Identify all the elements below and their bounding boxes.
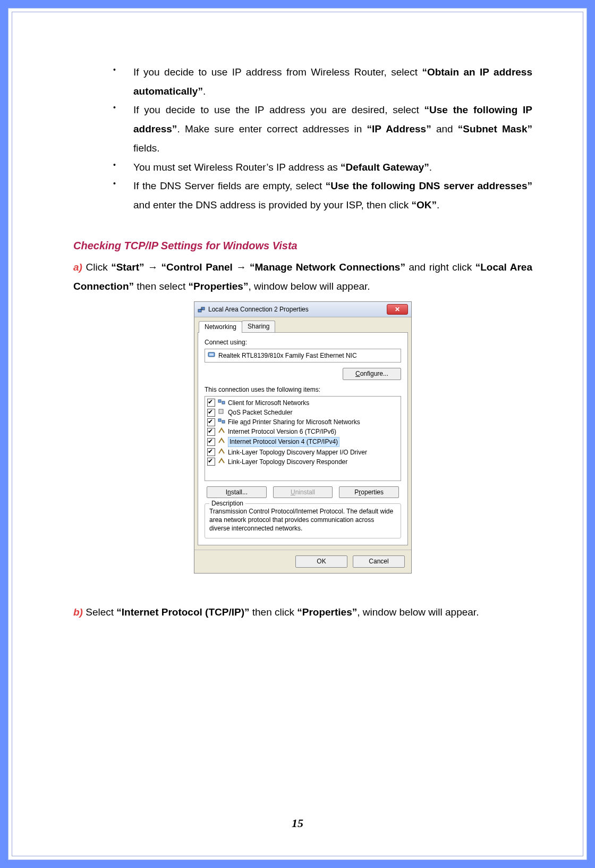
tab-networking[interactable]: Networking — [199, 321, 242, 333]
text: If you decide to use IP address from Wir… — [133, 66, 422, 78]
item-label: QoS Packet Scheduler — [228, 408, 292, 417]
list-item[interactable]: Link-Layer Topology Discovery Mapper I/O… — [207, 448, 398, 457]
list-item[interactable]: Internet Protocol Version 6 (TCP/IPv6) — [207, 427, 398, 436]
text-bold: “Subnet Mask” — [458, 123, 532, 134]
ok-button[interactable]: OK — [295, 555, 347, 567]
protocol-icon — [218, 437, 225, 446]
network-icon — [198, 306, 205, 313]
text: Select — [83, 606, 116, 618]
svg-rect-8 — [218, 419, 221, 422]
tab-sharing[interactable]: Sharing — [242, 321, 275, 332]
svg-rect-7 — [219, 409, 223, 414]
text-bold: “Properties” — [297, 606, 357, 618]
adapter-name: Realtek RTL8139/810x Family Fast Etherne… — [218, 351, 357, 360]
text: and right click — [405, 262, 475, 273]
bullet-item: If you decide to use IP address from Wir… — [113, 63, 532, 100]
section-heading: Checking TCP/IP Settings for Windows Vis… — [73, 236, 532, 256]
text-bold: “Properties” — [188, 281, 248, 292]
button-label: Cancel — [369, 558, 388, 565]
text-bold: “Manage Network Connections” — [250, 262, 405, 273]
properties-dialog: Local Area Connection 2 Properties ✕ Net… — [194, 301, 412, 574]
text: , window below will appear. — [357, 606, 479, 618]
description-group: Description Transmission Control Protoco… — [205, 503, 401, 539]
arrow-icon: → — [233, 262, 250, 273]
text: . Make sure enter correct addresses in — [177, 123, 367, 134]
button-label: Uninstall — [291, 488, 315, 496]
service-icon — [218, 418, 225, 426]
dialog-title: Local Area Connection 2 Properties — [208, 305, 309, 314]
dialog-titlebar: Local Area Connection 2 Properties ✕ — [194, 302, 411, 317]
text: If the DNS Server fields are empty, sele… — [133, 180, 326, 191]
text-bold: “Start” — [111, 262, 144, 273]
tab-label: Networking — [205, 323, 236, 331]
checkbox-icon[interactable] — [207, 448, 215, 456]
tab-panel: Connect using: Realtek RTL8139/810x Fami… — [198, 333, 408, 546]
tab-strip: Networking Sharing — [198, 321, 408, 333]
arrow-icon: → — [144, 262, 161, 273]
protocol-icon — [218, 448, 225, 457]
checkbox-icon[interactable] — [207, 428, 215, 436]
text: . — [203, 86, 206, 97]
text-bold: “IP Address” — [367, 123, 431, 134]
item-label: File and Printer Sharing for Microsoft N… — [228, 418, 360, 426]
button-label: Install... — [226, 488, 248, 496]
checkbox-icon[interactable] — [207, 458, 215, 466]
description-label: Description — [209, 499, 245, 508]
tab-label: Sharing — [248, 323, 269, 330]
bullet-list: If you decide to use IP address from Wir… — [113, 63, 532, 215]
protocol-icon — [218, 427, 225, 436]
dialog-footer: OK Cancel — [194, 550, 411, 572]
step-marker: a) — [73, 262, 82, 273]
bullet-item: If the DNS Server fields are empty, sele… — [113, 176, 532, 214]
button-label: onfigure... — [360, 370, 388, 377]
list-item[interactable]: Client for Microsoft Networks — [207, 398, 398, 408]
text-bold: “Internet Protocol (TCP/IP)” — [116, 606, 249, 618]
text: Click — [82, 262, 111, 273]
item-label: Link-Layer Topology Discovery Responder — [228, 458, 347, 466]
text-bold: “Default Gateway” — [341, 162, 429, 173]
svg-rect-6 — [222, 401, 225, 404]
list-item-selected[interactable]: Internet Protocol Version 4 (TCP/IPv4) — [207, 436, 398, 447]
text-bold: “Use the following DNS server addresses” — [326, 180, 532, 191]
checkbox-icon[interactable] — [207, 438, 215, 446]
page-number: 15 — [12, 816, 583, 830]
text: and — [431, 123, 458, 134]
button-label: OK — [317, 558, 326, 565]
step-a-paragraph: a) Click “Start” → “Control Panel → “Man… — [73, 258, 532, 296]
text: and enter the DNS address is provided by… — [133, 199, 411, 210]
text: then click — [250, 606, 298, 618]
text: , window below will appear. — [248, 281, 370, 292]
list-item[interactable]: File and Printer Sharing for Microsoft N… — [207, 417, 398, 427]
client-icon — [218, 399, 225, 407]
configure-button[interactable]: Configure... — [343, 368, 401, 380]
text-bold: “OK” — [411, 199, 437, 210]
adapter-field[interactable]: Realtek RTL8139/810x Family Fast Etherne… — [205, 349, 401, 363]
list-item[interactable]: Link-Layer Topology Discovery Responder — [207, 457, 398, 467]
bullet-item: You must set Wireless Router’s IP addres… — [113, 158, 532, 177]
cancel-button[interactable]: Cancel — [353, 555, 405, 567]
properties-button[interactable]: Properties — [339, 486, 399, 498]
component-list[interactable]: Client for Microsoft Networks QoS Packet… — [205, 396, 401, 481]
text: then select — [134, 281, 188, 292]
close-button[interactable]: ✕ — [387, 304, 408, 315]
checkbox-icon[interactable] — [207, 418, 215, 426]
step-marker: b) — [73, 606, 83, 618]
install-button[interactable]: Install... — [207, 486, 267, 498]
list-item[interactable]: QoS Packet Scheduler — [207, 408, 398, 417]
text: If you decide to use the IP address you … — [133, 104, 424, 115]
svg-rect-4 — [209, 353, 214, 356]
text: . — [437, 199, 439, 210]
checkbox-icon[interactable] — [207, 409, 215, 417]
step-b-paragraph: b) Select “Internet Protocol (TCP/IP)” t… — [73, 603, 532, 622]
adapter-icon — [208, 351, 215, 360]
svg-rect-9 — [222, 420, 225, 423]
svg-rect-0 — [198, 309, 201, 312]
text: fields. — [133, 142, 160, 154]
button-label: Properties — [354, 488, 384, 496]
svg-rect-1 — [201, 307, 205, 310]
item-label: Link-Layer Topology Discovery Mapper I/O… — [228, 448, 367, 457]
checkbox-icon[interactable] — [207, 399, 215, 407]
svg-rect-5 — [218, 400, 221, 402]
connect-using-label: Connect using: — [205, 338, 401, 347]
item-label: Internet Protocol Version 6 (TCP/IPv6) — [228, 427, 336, 436]
